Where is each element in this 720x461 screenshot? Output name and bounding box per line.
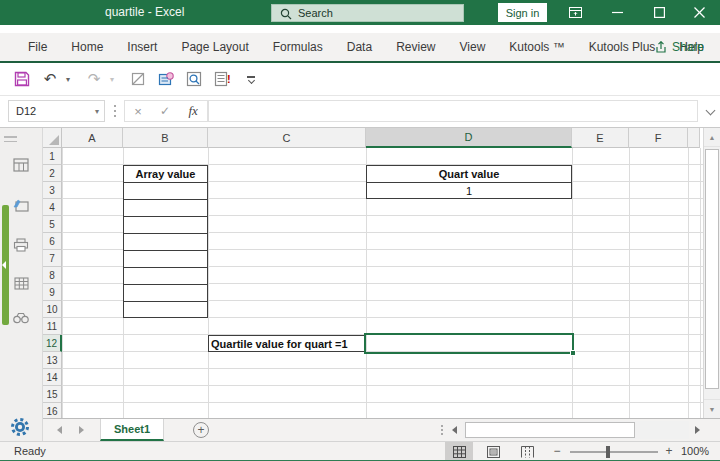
empty-cell[interactable] xyxy=(124,285,207,302)
undo-button[interactable]: ↶ xyxy=(38,67,62,91)
tab-insert[interactable]: Insert xyxy=(115,33,169,61)
column-header-F[interactable]: F xyxy=(629,128,688,148)
expand-formula-bar-icon[interactable] xyxy=(706,106,716,116)
vertical-scroll-thumb[interactable] xyxy=(705,149,719,389)
tab-page-layout[interactable]: Page Layout xyxy=(169,33,260,61)
row-header-15[interactable]: 15 xyxy=(43,386,62,403)
worksheet-grid[interactable]: Array valueQuart value1Quartile value fo… xyxy=(43,128,703,418)
empty-cell[interactable] xyxy=(124,302,207,317)
row-header-1[interactable]: 1 xyxy=(43,148,62,165)
save-button[interactable] xyxy=(10,67,34,91)
row-header-4[interactable]: 4 xyxy=(43,199,62,216)
normal-view-button[interactable] xyxy=(445,442,473,461)
row-header-6[interactable]: 6 xyxy=(43,233,62,250)
page-layout-view-button[interactable] xyxy=(479,442,507,461)
cancel-entry-button[interactable]: × xyxy=(134,104,142,119)
formula-input[interactable] xyxy=(208,100,698,122)
print-preview-button[interactable] xyxy=(182,67,206,91)
row-header-8[interactable]: 8 xyxy=(43,267,62,284)
columns-pane-button[interactable] xyxy=(12,274,30,292)
previous-sheet-button[interactable] xyxy=(57,426,62,434)
horizontal-scroll-thumb[interactable] xyxy=(465,422,635,438)
empty-cell[interactable] xyxy=(124,217,207,234)
column-header-partial[interactable] xyxy=(688,128,700,148)
page-break-preview-button[interactable] xyxy=(513,442,541,461)
select-all-button[interactable] xyxy=(43,128,62,148)
settings-button[interactable] xyxy=(9,416,31,442)
column-header-A[interactable]: A xyxy=(62,128,123,148)
scroll-down-button[interactable]: ▼ xyxy=(704,399,720,418)
resources-pane-button[interactable] xyxy=(12,196,30,214)
tab-home[interactable]: Home xyxy=(59,33,115,61)
tab-view[interactable]: View xyxy=(448,33,498,61)
sheet-tab-sheet1[interactable]: Sheet1 xyxy=(100,419,164,441)
tab-kutools[interactable]: Kutools ™ xyxy=(497,33,576,61)
cell-B2[interactable]: Array value xyxy=(124,166,207,183)
cell-D2[interactable]: Quart value xyxy=(367,166,571,183)
tab-file[interactable]: File xyxy=(16,33,59,61)
zoom-slider[interactable] xyxy=(570,451,658,453)
empty-cell[interactable] xyxy=(124,234,207,251)
row-header-14[interactable]: 14 xyxy=(43,369,62,386)
name-box[interactable]: D12 ▾ xyxy=(8,100,105,122)
undo-dropdown[interactable]: ▾ xyxy=(66,75,76,84)
next-sheet-button[interactable] xyxy=(79,426,84,434)
row-header-12[interactable]: 12 xyxy=(43,335,62,352)
share-button[interactable]: Share xyxy=(655,33,704,61)
zoom-in-button[interactable]: + xyxy=(662,442,676,461)
tab-scrollbar-separator[interactable] xyxy=(441,425,443,427)
redo-button[interactable]: ↷ xyxy=(82,67,106,91)
column-header-E[interactable]: E xyxy=(572,128,629,148)
tab-kutools-plus[interactable]: Kutools Plus xyxy=(577,33,668,61)
workbook-pane-button[interactable] xyxy=(12,156,30,174)
horizontal-scroll-left-button[interactable] xyxy=(452,426,457,434)
column-header-D[interactable]: D xyxy=(366,128,572,148)
row-header-11[interactable]: 11 xyxy=(43,318,62,335)
row-header-9[interactable]: 9 xyxy=(43,284,62,301)
horizontal-scrollbar[interactable] xyxy=(463,421,689,439)
vertical-scrollbar[interactable]: ▲ ▼ xyxy=(703,128,720,418)
empty-cell[interactable] xyxy=(124,200,207,217)
find-pane-button[interactable] xyxy=(12,309,30,327)
cell-D3[interactable]: 1 xyxy=(367,183,571,198)
fill-handle[interactable] xyxy=(570,350,576,356)
scroll-up-button[interactable]: ▲ xyxy=(704,128,720,147)
row-header-16[interactable]: 16 xyxy=(43,403,62,418)
customize-qat-button[interactable] xyxy=(244,76,258,83)
zoom-slider-handle[interactable] xyxy=(606,446,610,458)
column-header-B[interactable]: B xyxy=(123,128,208,148)
row-header-7[interactable]: 7 xyxy=(43,250,62,267)
empty-cell[interactable] xyxy=(124,251,207,268)
kutools-pane-toggle[interactable] xyxy=(2,205,9,325)
empty-cell[interactable] xyxy=(124,183,207,200)
row-header-2[interactable]: 2 xyxy=(43,165,62,182)
camera-button[interactable] xyxy=(154,67,178,91)
sidebar-drag-handle[interactable] xyxy=(4,136,17,145)
tab-formulas[interactable]: Formulas xyxy=(261,33,335,61)
empty-cell[interactable] xyxy=(124,268,207,285)
ribbon-display-options-button[interactable] xyxy=(560,0,590,25)
tab-data[interactable]: Data xyxy=(335,33,384,61)
enter-entry-button[interactable]: ✓ xyxy=(160,104,170,118)
maximize-button[interactable] xyxy=(644,0,674,25)
row-header-10[interactable]: 10 xyxy=(43,301,62,318)
tab-review[interactable]: Review xyxy=(384,33,447,61)
minimize-button[interactable] xyxy=(602,0,632,25)
insert-function-button[interactable]: fx xyxy=(188,103,197,119)
zoom-out-button[interactable]: − xyxy=(550,442,564,461)
zoom-level[interactable]: 100% xyxy=(681,442,709,461)
search-box[interactable]: Search xyxy=(271,4,464,22)
print-pane-button[interactable] xyxy=(12,236,30,254)
draw-border-button[interactable] xyxy=(126,67,150,91)
column-header-C[interactable]: C xyxy=(208,128,366,148)
close-button[interactable] xyxy=(684,0,714,25)
horizontal-scroll-right-button[interactable] xyxy=(695,426,700,434)
cell-C12[interactable]: Quartile value for quart =1 xyxy=(209,336,365,351)
selected-cell-D12[interactable] xyxy=(364,333,574,354)
redo-dropdown[interactable]: ▾ xyxy=(110,75,120,84)
data-form-button[interactable]: ! xyxy=(210,67,234,91)
row-header-3[interactable]: 3 xyxy=(43,182,62,199)
new-sheet-button[interactable]: + xyxy=(193,422,209,438)
row-header-5[interactable]: 5 xyxy=(43,216,62,233)
row-header-13[interactable]: 13 xyxy=(43,352,62,369)
